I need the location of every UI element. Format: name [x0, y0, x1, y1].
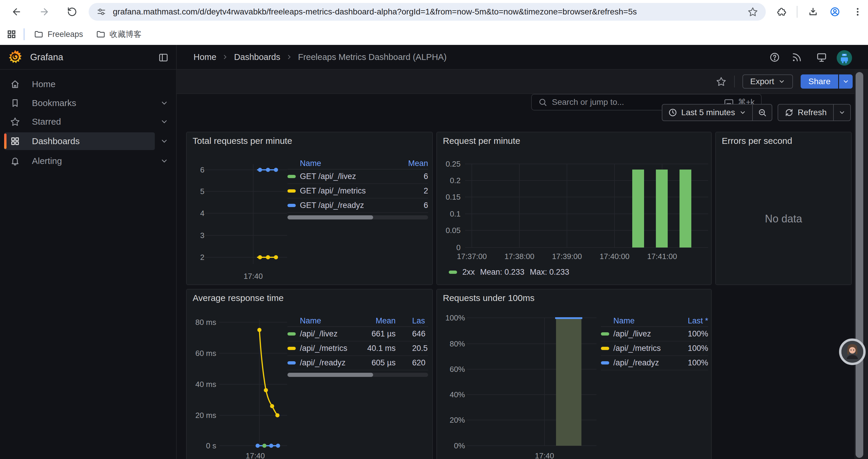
- help-icon[interactable]: [769, 52, 780, 63]
- series-name[interactable]: GET /api/_/livez: [300, 172, 356, 181]
- breadcrumb-home[interactable]: Home: [193, 52, 216, 62]
- legend-header: Name Mean Las: [287, 315, 428, 327]
- legend-header-mean[interactable]: Mean: [384, 159, 428, 168]
- forward-icon[interactable]: [39, 6, 50, 17]
- user-avatar[interactable]: [837, 50, 852, 66]
- sidebar-item-home[interactable]: Home: [0, 75, 176, 93]
- total-requests-chart: [205, 159, 287, 269]
- panel-total-requests[interactable]: Total requests per minute 6 5 4 3 2 17:4…: [186, 132, 433, 285]
- panel-title[interactable]: Request per minute: [443, 136, 520, 146]
- legend-table: Name Last * /api/_/livez 100% /api/_/met…: [601, 315, 708, 370]
- legend-row[interactable]: GET /api/_/metrics 2: [287, 184, 428, 198]
- dashboard-toolbar: Export Share: [176, 70, 868, 94]
- legend-row[interactable]: /api/_/readyz 100%: [601, 356, 708, 370]
- sidebar-item-bookmarks[interactable]: Bookmarks: [0, 94, 176, 112]
- panel-request-per-minute[interactable]: Request per minute 0.25 0.2 0.15 0.1 0.0…: [436, 132, 712, 285]
- sidebar-item-starred[interactable]: Starred: [0, 113, 176, 131]
- y-tick: 0%: [440, 441, 465, 451]
- favorite-star-icon[interactable]: [716, 76, 726, 87]
- panel-title[interactable]: Errors per second: [722, 136, 792, 146]
- legend-scrollbar[interactable]: [287, 215, 428, 220]
- series-name[interactable]: /api/_/metrics: [613, 344, 661, 353]
- series-color-pill: [601, 361, 609, 364]
- share-button[interactable]: Share: [801, 74, 838, 89]
- export-button[interactable]: Export: [742, 74, 793, 89]
- grafana-top-nav: Grafana Home Dashboards Freeleaps Metric…: [0, 45, 868, 70]
- share-menu-button[interactable]: [839, 74, 852, 89]
- series-name[interactable]: /api/_/metrics: [300, 344, 347, 353]
- home-icon: [10, 79, 20, 89]
- chevron-down-icon[interactable]: [160, 99, 168, 107]
- panel-errors-per-second[interactable]: Errors per second No data: [715, 132, 852, 285]
- legend-header-name[interactable]: Name: [287, 159, 384, 168]
- series-name[interactable]: GET /api/_/readyz: [300, 201, 364, 210]
- series-mean: 661 µs: [351, 329, 396, 338]
- x-tick: 17:37:00: [457, 252, 487, 261]
- grafana-brand[interactable]: Grafana: [30, 52, 63, 63]
- sidebar-item-alerting[interactable]: Alerting: [0, 152, 176, 170]
- grafana-logo-icon[interactable]: [8, 50, 23, 64]
- series-name[interactable]: /api/_/readyz: [613, 358, 659, 367]
- dock-sidebar-icon[interactable]: [158, 53, 168, 63]
- bookmark-folder-blogs[interactable]: 收藏博客: [96, 29, 142, 40]
- legend-row[interactable]: /api/_/livez 661 µs 646: [287, 327, 428, 341]
- zoom-out-button[interactable]: [753, 104, 772, 121]
- chevron-right-icon: [222, 54, 229, 61]
- series-name[interactable]: /api/_/livez: [300, 329, 338, 338]
- panel-avg-response-time[interactable]: Average response time 80 ms 60 ms 40 ms …: [186, 289, 433, 459]
- time-range-group: Last 5 minutes: [662, 104, 772, 121]
- refresh-button[interactable]: Refresh: [778, 104, 833, 121]
- reload-icon[interactable]: [67, 6, 78, 17]
- menu-kebab-icon[interactable]: [852, 7, 863, 17]
- refresh-interval-button[interactable]: [834, 104, 850, 121]
- legend-header-last[interactable]: Las: [396, 316, 428, 326]
- series-name[interactable]: GET /api/_/metrics: [300, 186, 366, 196]
- apps-grid-icon[interactable]: [6, 29, 17, 39]
- bookmark-folder-freeleaps[interactable]: Freeleaps: [34, 30, 83, 39]
- download-icon[interactable]: [808, 7, 818, 17]
- series-mean: 605 µs: [351, 358, 396, 367]
- chevron-down-icon[interactable]: [160, 118, 168, 126]
- extensions-icon[interactable]: [776, 7, 786, 17]
- legend-row[interactable]: GET /api/_/readyz 6: [287, 198, 428, 213]
- page-scrollbar-thumb[interactable]: [856, 72, 863, 458]
- legend-header-name[interactable]: Name: [601, 316, 673, 326]
- legend-row[interactable]: /api/_/metrics 40.1 ms 20.5 r: [287, 341, 428, 356]
- legend-scrollbar-thumb[interactable]: [287, 373, 373, 377]
- panel-title[interactable]: Average response time: [193, 293, 284, 303]
- y-tick: 20 ms: [190, 411, 216, 420]
- profile-icon[interactable]: [830, 6, 840, 17]
- legend-row[interactable]: GET /api/_/livez 6: [287, 169, 428, 184]
- legend-scrollbar[interactable]: [287, 373, 428, 377]
- y-tick: 80 ms: [190, 318, 216, 327]
- series-name[interactable]: /api/_/livez: [613, 329, 651, 338]
- url-bar[interactable]: grafana.mathmast.com/d/deytv4rwavabkb/fr…: [89, 3, 766, 21]
- panel-title[interactable]: Requests under 100ms: [443, 293, 534, 303]
- series-name[interactable]: /api/_/readyz: [300, 358, 346, 367]
- legend-header-mean[interactable]: Mean: [351, 316, 396, 326]
- legend-header-last[interactable]: Last *: [673, 316, 708, 326]
- site-info-icon[interactable]: [96, 7, 106, 17]
- chevron-down-icon[interactable]: [160, 137, 168, 145]
- legend-header-name[interactable]: Name: [287, 316, 351, 326]
- chevron-down-icon[interactable]: [160, 157, 168, 165]
- back-icon[interactable]: [11, 6, 22, 17]
- series-name[interactable]: 2xx: [462, 268, 475, 277]
- kiosk-monitor-icon[interactable]: [816, 52, 827, 63]
- breadcrumb-dashboards[interactable]: Dashboards: [234, 52, 280, 62]
- time-range-picker[interactable]: Last 5 minutes: [662, 104, 752, 121]
- panel-under-100ms[interactable]: Requests under 100ms 100% 80% 60% 40% 20…: [436, 289, 712, 459]
- panel-title[interactable]: Total requests per minute: [193, 136, 292, 146]
- legend-row[interactable]: /api/_/metrics 100%: [601, 341, 708, 356]
- news-rss-icon[interactable]: [792, 52, 802, 63]
- bookmark-star-icon[interactable]: [747, 6, 758, 17]
- series-color-pill: [287, 347, 296, 350]
- legend-scrollbar-thumb[interactable]: [287, 215, 373, 220]
- legend-row[interactable]: /api/_/readyz 605 µs 620: [287, 356, 428, 370]
- legend-row[interactable]: /api/_/livez 100%: [601, 327, 708, 341]
- folder-icon: [96, 30, 105, 39]
- assistant-avatar[interactable]: [839, 338, 866, 365]
- sidebar-item-dashboards[interactable]: Dashboards: [0, 132, 176, 150]
- url-text[interactable]: grafana.mathmast.com/d/deytv4rwavabkb/fr…: [113, 7, 747, 17]
- legend-table: Name Mean Las /api/_/livez 661 µs 646 /a…: [287, 315, 428, 377]
